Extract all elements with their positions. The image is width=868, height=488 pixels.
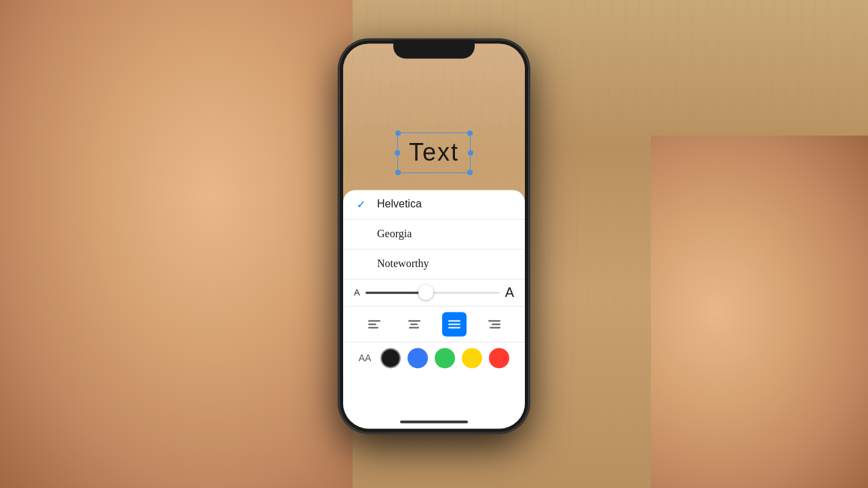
font-item-noteworthy[interactable]: ✓ Noteworthy — [343, 249, 525, 279]
align-center-button[interactable] — [402, 312, 427, 336]
phone-notch — [393, 39, 475, 58]
color-swatch-yellow[interactable] — [462, 348, 482, 368]
line1 — [408, 320, 420, 321]
slider-fill — [366, 291, 426, 293]
font-name-helvetica: Helvetica — [377, 199, 422, 211]
color-swatch-blue[interactable] — [408, 348, 428, 368]
canvas-text-label: Text — [409, 138, 459, 166]
handle-br[interactable] — [467, 169, 473, 175]
checkmark-helvetica: ✓ — [357, 198, 370, 211]
handle-tl[interactable] — [395, 130, 401, 136]
font-panel: ✓ Helvetica ✓ Georgia ✓ Noteworthy A — [343, 190, 525, 428]
align-right-icon — [488, 320, 500, 328]
align-right-button[interactable] — [482, 312, 507, 336]
font-name-noteworthy: Noteworthy — [377, 258, 429, 270]
size-control: A A — [343, 279, 525, 306]
size-large-label: A — [505, 285, 514, 300]
align-left-icon — [368, 320, 380, 328]
size-slider-track[interactable] — [366, 291, 500, 293]
color-swatch-green[interactable] — [435, 348, 455, 368]
color-swatch-red[interactable] — [489, 348, 509, 368]
handle-tr[interactable] — [467, 130, 473, 136]
line1 — [368, 320, 380, 321]
color-swatch-black[interactable] — [380, 348, 401, 368]
align-left-button[interactable] — [362, 312, 387, 336]
line1 — [448, 320, 460, 321]
home-indicator — [400, 420, 468, 423]
font-item-georgia[interactable]: ✓ Georgia — [343, 220, 525, 249]
line3 — [490, 327, 500, 328]
phone-frame: Text ✓ Helvetica ✓ Georgia ✓ — [339, 39, 529, 432]
aa-label: AA — [359, 352, 372, 363]
line2 — [492, 323, 500, 325]
align-justify-icon — [448, 320, 460, 328]
align-justify-button[interactable] — [442, 312, 467, 336]
right-hand — [651, 136, 868, 488]
size-small-label: A — [354, 287, 360, 298]
line3 — [448, 327, 460, 328]
handle-bl[interactable] — [395, 169, 401, 175]
canvas-text-box[interactable]: Text — [397, 132, 471, 173]
line2 — [410, 323, 418, 325]
font-item-helvetica[interactable]: ✓ Helvetica — [343, 190, 525, 220]
line2 — [368, 323, 377, 325]
slider-thumb[interactable] — [418, 285, 433, 300]
alignment-control — [343, 306, 525, 342]
line1 — [488, 320, 500, 321]
line3 — [409, 327, 418, 328]
left-hand — [0, 0, 353, 488]
line2 — [448, 323, 460, 325]
font-name-georgia: Georgia — [377, 228, 412, 241]
align-center-icon — [408, 320, 420, 328]
canvas-area[interactable]: Text ✓ Helvetica ✓ Georgia ✓ — [343, 43, 525, 428]
font-list: ✓ Helvetica ✓ Georgia ✓ Noteworthy — [343, 190, 525, 279]
line3 — [368, 327, 378, 328]
color-control: AA — [343, 342, 525, 373]
phone-screen: Text ✓ Helvetica ✓ Georgia ✓ — [343, 43, 525, 428]
